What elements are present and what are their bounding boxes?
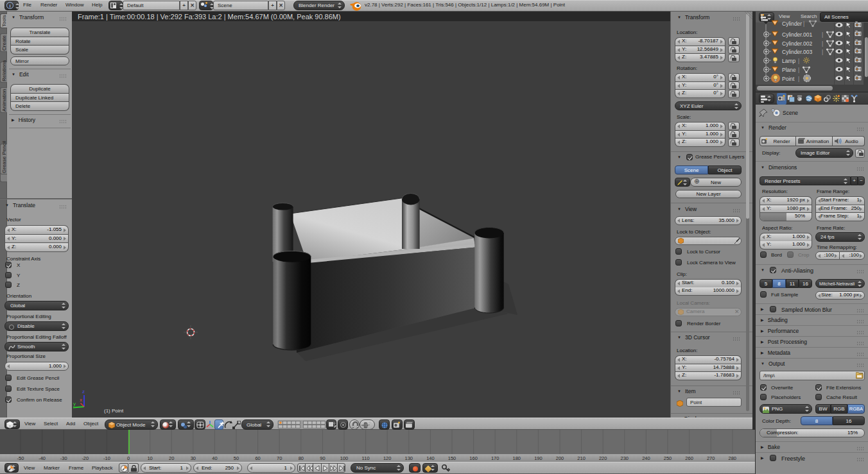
svg-text:y: y — [73, 401, 76, 407]
svg-text:Point: Point — [782, 76, 795, 82]
svg-text:260: 260 — [685, 455, 693, 461]
svg-text:240: 240 — [642, 455, 650, 461]
svg-text:|: | — [798, 67, 799, 73]
svg-text:20: 20 — [169, 455, 174, 461]
svg-text:-30: -30 — [60, 455, 67, 461]
svg-text:210: 210 — [577, 455, 586, 461]
svg-text:|: | — [798, 58, 799, 64]
svg-text:180: 180 — [513, 455, 521, 461]
svg-text:z: z — [82, 389, 85, 394]
svg-text:170: 170 — [491, 455, 499, 461]
svg-text:Plane: Plane — [782, 67, 796, 73]
svg-text:-50: -50 — [17, 455, 24, 461]
svg-text:70: 70 — [277, 455, 282, 461]
svg-text:270: 270 — [707, 455, 715, 461]
svg-text:|: | — [822, 40, 823, 47]
svg-text:80: 80 — [299, 455, 304, 461]
svg-text:Cylinder.002: Cylinder.002 — [782, 40, 813, 47]
svg-text:220: 220 — [599, 455, 607, 461]
svg-text:Lamp: Lamp — [782, 58, 796, 64]
svg-text:|: | — [822, 31, 823, 38]
svg-text:110: 110 — [362, 455, 370, 461]
svg-text:250: 250 — [664, 455, 672, 461]
svg-text:|: | — [803, 21, 804, 27]
svg-text:|: | — [798, 76, 799, 82]
svg-text:-10: -10 — [103, 455, 110, 461]
svg-text:|: | — [822, 49, 823, 55]
svg-text:40: 40 — [212, 455, 217, 461]
svg-text:50: 50 — [234, 455, 239, 461]
svg-text:30: 30 — [191, 455, 196, 461]
svg-text:120: 120 — [383, 455, 392, 461]
svg-text:150: 150 — [448, 455, 456, 461]
svg-text:230: 230 — [621, 455, 629, 461]
svg-text:0: 0 — [127, 455, 130, 461]
svg-text:130: 130 — [405, 455, 413, 461]
svg-text:90: 90 — [320, 455, 325, 461]
svg-text:Cylinder.003: Cylinder.003 — [782, 49, 813, 55]
svg-text:-40: -40 — [39, 455, 46, 461]
svg-text:x: x — [80, 397, 82, 403]
svg-text:10: 10 — [147, 455, 152, 461]
svg-text:Cylinder: Cylinder — [782, 21, 802, 27]
svg-text:200: 200 — [556, 455, 564, 461]
svg-text:190: 190 — [534, 455, 542, 461]
svg-text:160: 160 — [469, 455, 478, 461]
svg-text:60: 60 — [255, 455, 260, 461]
svg-text:Cylinder.001: Cylinder.001 — [782, 31, 813, 38]
svg-text:140: 140 — [426, 455, 435, 461]
svg-text:280: 280 — [729, 455, 737, 461]
svg-text:100: 100 — [340, 455, 349, 461]
svg-text:-20: -20 — [82, 455, 89, 461]
